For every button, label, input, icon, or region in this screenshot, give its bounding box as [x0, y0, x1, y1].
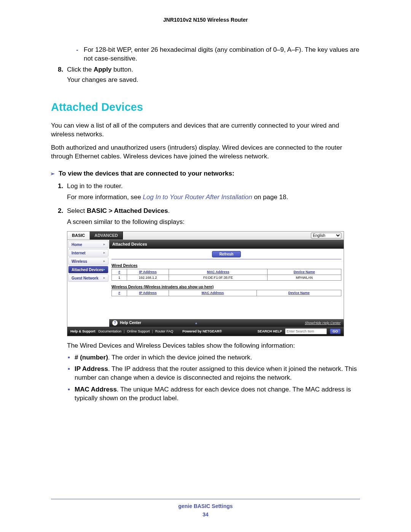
wired-devices-table: # IP Address MAC Address Device Name 1 1…	[112, 269, 341, 281]
step-8-apply: Apply	[94, 66, 112, 73]
login-link[interactable]: Log In to Your Router After Installation	[143, 193, 252, 201]
go-button[interactable]: GO	[330, 329, 341, 334]
main-panel: Attached Devices Refresh Wired Devices #…	[109, 240, 344, 326]
search-help-input[interactable]	[285, 328, 327, 334]
sidebar-item-guest-network[interactable]: Guest Network▸	[68, 274, 108, 282]
bullet-number-desc: . The order in which the device joined t…	[108, 354, 252, 361]
bullet-mac-term: MAC Address	[75, 386, 117, 393]
page-footer: genie BASIC Settings 34	[0, 503, 411, 518]
step-2-text-c: .	[168, 207, 170, 214]
col-mac: MAC Address	[169, 269, 268, 275]
router-faq-link[interactable]: Router FAQ	[155, 329, 174, 334]
chevron-right-icon: ▸	[104, 259, 105, 264]
powered-by-label: Powered by NETGEAR®	[182, 329, 222, 334]
sidebar-item-home[interactable]: Home▸	[68, 241, 108, 248]
documentation-link[interactable]: Documentation	[99, 329, 122, 334]
footer-page-number: 34	[0, 511, 411, 518]
sidebar: Home▸ Internet▸ Wireless▸ Attached Devic…	[67, 240, 109, 326]
step-8-text-a: Click the	[67, 66, 94, 73]
step-1-text: Log in to the router.	[67, 182, 123, 190]
col-number: #	[112, 290, 127, 296]
tab-advanced[interactable]: ADVANCED	[90, 232, 123, 240]
online-support-link[interactable]: Online Support	[127, 329, 150, 334]
wireless-devices-label: Wireless Devices (Wireless intruders als…	[112, 284, 341, 290]
table-description: The Wired Devices and Wireless Devices t…	[67, 342, 360, 350]
step-8-text-c: button.	[112, 66, 133, 73]
table-row: 1 192.168.1.2 F0:DE:F1:0F:35:FE MPAWLAN	[112, 275, 341, 280]
table-header-row: # IP Address MAC Address Device Name	[112, 290, 341, 296]
col-number: #	[112, 269, 127, 275]
bullet-ip: IP Address. The IP address that the rout…	[75, 365, 360, 382]
page-header: JNR1010v2 N150 Wireless Router	[0, 0, 411, 23]
bullet-number: # (number). The order in which the devic…	[75, 353, 360, 362]
cell-number: 1	[112, 275, 127, 280]
sidebar-item-attached-devices[interactable]: Attached Devices▸	[68, 266, 108, 273]
chevron-right-icon: ▸	[104, 276, 105, 280]
bullet-number-term: # (number)	[75, 354, 108, 361]
step-1-info: For more information, see Log In to Your…	[67, 193, 360, 202]
chevron-right-icon: ▸	[104, 243, 105, 247]
sidebar-item-internet[interactable]: Internet▸	[68, 249, 108, 257]
section-heading: Attached Devices	[51, 100, 360, 115]
help-support-bar: Help & Support Documentation| Online Sup…	[67, 327, 344, 336]
sidebar-item-label: Guest Network	[72, 276, 99, 281]
footer-rule	[51, 499, 360, 499]
tab-basic[interactable]: BASIC	[67, 232, 90, 240]
help-center-label: Help Center	[120, 320, 141, 326]
content-area: For 128-bit WEP, enter 26 hexadecimal di…	[0, 23, 411, 403]
step-8: 8. Click the Apply button.	[67, 66, 360, 74]
wep-note: For 128-bit WEP, enter 26 hexadecimal di…	[84, 46, 360, 63]
step-2-path: BASIC > Attached Devices	[87, 207, 168, 214]
sidebar-item-label: Internet	[72, 251, 86, 256]
procedure-heading: To view the devices that are connected t…	[59, 169, 360, 178]
step-1: 1. Log in to the router.	[67, 182, 360, 191]
router-screenshot: BASIC ADVANCED English Home▸ Internet▸ W…	[67, 231, 344, 336]
help-center-bar[interactable]: ? Help Center ▴ Show/Hide Help Center	[109, 319, 344, 327]
refresh-button[interactable]: Refresh	[212, 251, 241, 257]
footer-section: genie BASIC Settings	[0, 503, 411, 509]
step-8-number: 8.	[58, 66, 63, 74]
language-select[interactable]: English	[311, 233, 341, 238]
step-8-result: Your changes are saved.	[67, 76, 360, 85]
sidebar-item-wireless[interactable]: Wireless▸	[68, 257, 108, 265]
panel-title: Attached Devices	[109, 240, 344, 249]
bullet-ip-term: IP Address	[75, 365, 108, 372]
section-p1: You can view a list of all of the comput…	[51, 121, 360, 139]
step-2-number: 2.	[58, 207, 63, 216]
search-help-label: SEARCH HELP	[257, 329, 282, 334]
refresh-row: Refresh	[112, 249, 341, 259]
cell-mac: F0:DE:F1:0F:35:FE	[169, 275, 268, 280]
bullet-ip-desc: . The IP address that the router assigne…	[75, 365, 357, 381]
chevron-right-icon: ▸	[104, 251, 105, 255]
table-header-row: # IP Address MAC Address Device Name	[112, 269, 341, 275]
sidebar-item-label: Attached Devices	[72, 267, 103, 273]
step-2-result: A screen similar to the following displa…	[67, 218, 360, 227]
step-2-text-a: Select	[67, 207, 87, 214]
bullet-mac: MAC Address. The unique MAC address for …	[75, 385, 360, 403]
col-name: Device Name	[268, 269, 341, 275]
step-2: 2. Select BASIC > Attached Devices.	[67, 207, 360, 216]
section-p2: Both authorized and unauthorized users (…	[51, 144, 360, 161]
col-ip: IP Address	[127, 269, 169, 275]
cell-ip: 192.168.1.2	[127, 275, 169, 280]
col-ip: IP Address	[127, 290, 169, 296]
wireless-devices-table: # IP Address MAC Address Device Name	[112, 290, 341, 296]
step-1-number: 1.	[58, 182, 63, 191]
language-selector[interactable]: English	[311, 233, 341, 238]
sidebar-item-label: Home	[72, 242, 82, 248]
chevron-up-icon[interactable]: ▴	[195, 320, 197, 326]
help-support-label: Help & Support	[70, 329, 96, 334]
help-icon: ?	[112, 320, 118, 326]
wired-devices-label: Wired Devices	[112, 263, 341, 268]
tab-bar: BASIC ADVANCED English	[67, 232, 344, 240]
sidebar-item-label: Wireless	[72, 259, 87, 264]
wireless-devices-label-text: Wireless Devices (Wireless intruders als…	[112, 285, 213, 289]
step-1-info-a: For more information, see	[67, 193, 143, 201]
show-hide-help-link[interactable]: Show/Hide Help Center	[305, 321, 341, 325]
chevron-right-icon: ▸	[104, 268, 105, 272]
cell-name: MPAWLAN	[268, 275, 341, 280]
col-mac: MAC Address	[169, 290, 257, 296]
step-1-info-b: on page 18.	[252, 193, 288, 201]
col-name: Device Name	[257, 290, 341, 296]
